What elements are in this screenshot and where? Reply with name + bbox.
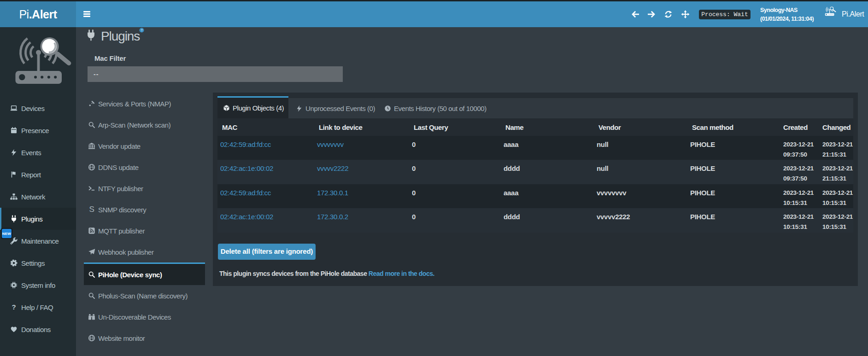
svg-text:?: ? — [141, 29, 143, 32]
